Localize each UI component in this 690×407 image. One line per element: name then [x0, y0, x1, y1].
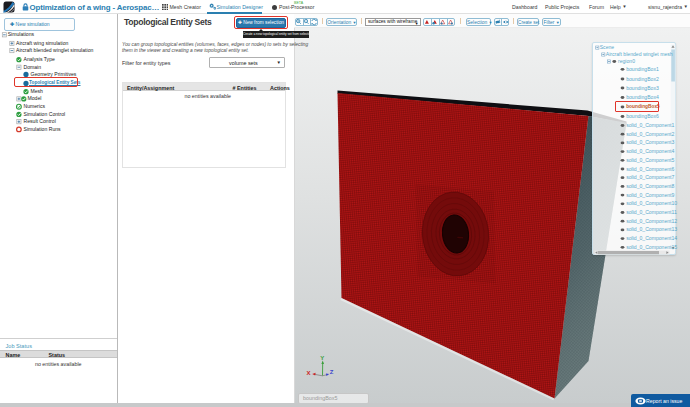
- svg-text:Z: Z: [329, 369, 333, 375]
- svg-text:Y: Y: [320, 355, 324, 361]
- svg-text:X: X: [306, 370, 310, 376]
